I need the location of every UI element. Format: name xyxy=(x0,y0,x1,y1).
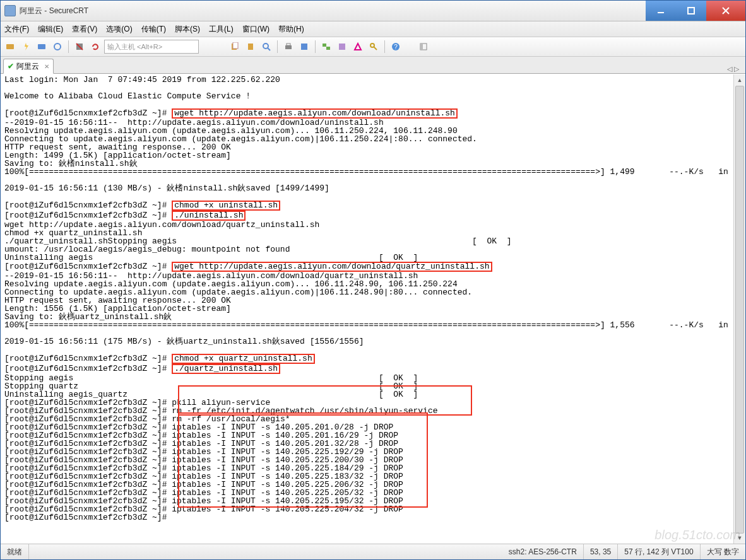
term-prompt: [root@iZuf6dl5cnxmx1ef2cfb3dZ ~]# xyxy=(4,108,172,118)
help-icon[interactable]: ? xyxy=(389,40,403,54)
term-line: 2019-01-15 16:56:11 (175 MB/s) - 鈥榪uartz… xyxy=(4,337,364,346)
menu-window[interactable]: 窗口(W) xyxy=(242,24,269,35)
tab-label: 阿里云 xyxy=(16,61,39,72)
toggle-view-icon[interactable] xyxy=(417,40,430,54)
svg-rect-15 xyxy=(339,44,345,50)
svg-rect-3 xyxy=(38,44,45,49)
menu-edit[interactable]: 编辑(E) xyxy=(38,24,63,35)
term-line: 100%[===================================… xyxy=(4,320,743,330)
toolbar-separator xyxy=(68,40,69,53)
term-line: Last login: Mon Jan 7 07:49:45 2019 from… xyxy=(4,75,280,85)
term-line: 100%[===================================… xyxy=(4,167,743,177)
status-caps: 大写 数字 xyxy=(701,544,745,559)
term-prompt: [root@iZuf6dl5cnxmx1ef2cfb3dZ ~]# xyxy=(4,354,172,363)
svg-rect-12 xyxy=(301,44,307,50)
key-icon[interactable] xyxy=(367,40,381,54)
toolbar-separator xyxy=(315,40,316,53)
sessions-icon[interactable] xyxy=(319,40,333,54)
menu-transfer[interactable]: 传输(T) xyxy=(141,24,166,35)
menu-file[interactable]: 文件(F) xyxy=(4,24,29,35)
connect-icon[interactable] xyxy=(3,40,17,54)
cmd-run-quartz: ./quartz_uninstall.sh xyxy=(172,364,280,374)
maximize-button[interactable] xyxy=(676,1,706,21)
window-buttons xyxy=(646,1,745,21)
disconnect-icon[interactable] xyxy=(73,40,86,54)
status-proto: ssh2: AES-256-CTR xyxy=(502,544,584,559)
reconnect-all-icon[interactable] xyxy=(88,40,102,54)
app-icon xyxy=(4,5,16,16)
tabbar: ✔ 阿里云 ✕ ◁ ▷ xyxy=(1,57,745,74)
svg-rect-0 xyxy=(658,12,664,13)
status-ready: 就绪 xyxy=(1,544,29,559)
app-window: 阿里云 - SecureCRT 文件(F) 编辑(E) 查看(V) 选项(O) … xyxy=(0,0,746,560)
cmd-wget-quartz: wget http://update.aegis.aliyun.com/down… xyxy=(172,262,492,272)
tab-close-icon[interactable]: ✕ xyxy=(44,63,49,70)
menubar: 文件(F) 编辑(E) 查看(V) 选项(O) 传输(T) 脚本(S) 工具(L… xyxy=(1,21,745,37)
status-cursor: 53, 35 xyxy=(584,544,618,559)
properties-icon[interactable] xyxy=(297,40,311,54)
toolbar-separator xyxy=(384,40,385,53)
cmd-run-uninstall: ./uninstall.sh xyxy=(172,211,246,221)
print-icon[interactable] xyxy=(281,40,295,54)
svg-text:?: ? xyxy=(394,44,398,50)
scroll-up-icon[interactable]: ▲ xyxy=(734,74,745,86)
terminal-area: Last login: Mon Jan 7 07:49:45 2019 from… xyxy=(1,74,745,544)
toolbar-separator xyxy=(277,40,278,53)
menu-view[interactable]: 查看(V) xyxy=(72,24,97,35)
svg-rect-13 xyxy=(323,44,326,47)
term-line: Welcome to Alibaba Cloud Elastic Compute… xyxy=(4,91,251,101)
toolbar: 输入主机 <Alt+R> ? xyxy=(1,37,745,57)
copy-icon[interactable] xyxy=(228,40,242,54)
status-size: 57 行, 142 列 VT100 xyxy=(618,544,700,559)
svg-rect-20 xyxy=(420,44,423,50)
term-line: 2019-01-15 16:56:11 (130 MB/s) - 鈥榰ninst… xyxy=(4,184,329,193)
minimize-button[interactable] xyxy=(646,1,676,21)
host-input[interactable]: 输入主机 <Alt+R> xyxy=(104,40,199,54)
quick-connect-icon[interactable] xyxy=(19,40,33,54)
menu-help[interactable]: 帮助(H) xyxy=(278,24,304,35)
term-prompt: [root@iZuf6dl5cnxmx1ef2cfb3dZ ~]# xyxy=(4,513,172,522)
svg-rect-7 xyxy=(233,42,238,49)
connect-in-tab-icon[interactable] xyxy=(35,40,49,54)
scroll-track[interactable] xyxy=(734,86,745,532)
menu-options[interactable]: 选项(O) xyxy=(106,24,132,35)
menu-script[interactable]: 脚本(S) xyxy=(175,24,200,35)
term-line: Uninstalling aegis [ OK ] xyxy=(4,253,418,262)
svg-rect-10 xyxy=(285,45,292,49)
term-prompt: [root@iZuf6dl5cnxmx1ef2cfb3dZ ~]# xyxy=(4,211,172,220)
vertical-scrollbar[interactable]: ▲ ▼ xyxy=(733,74,745,544)
titlebar: 阿里云 - SecureCRT xyxy=(1,1,745,21)
svg-rect-11 xyxy=(287,44,290,45)
session-tab[interactable]: ✔ 阿里云 ✕ xyxy=(3,59,54,74)
tab-nav[interactable]: ◁ ▷ xyxy=(721,65,745,73)
term-prompt: [root@iZuf6dl5cnxmx1ef2cfb3dZ ~]# xyxy=(4,262,172,271)
session-options-icon[interactable] xyxy=(335,40,349,54)
close-button[interactable] xyxy=(706,1,745,21)
svg-point-9 xyxy=(263,44,268,49)
term-prompt: [root@iZuf6dl5cnxmx1ef2cfb3dZ ~]# xyxy=(4,201,172,210)
svg-rect-8 xyxy=(248,44,253,50)
terminal[interactable]: Last login: Mon Jan 7 07:49:45 2019 from… xyxy=(1,74,734,544)
cmd-wget-uninstall: wget http://update.aegis.aliyun.com/down… xyxy=(172,108,458,119)
menu-tools[interactable]: 工具(L) xyxy=(209,24,234,35)
svg-rect-2 xyxy=(6,44,14,49)
svg-rect-14 xyxy=(326,47,330,50)
scroll-down-icon[interactable]: ▼ xyxy=(734,532,745,544)
svg-point-4 xyxy=(54,44,61,50)
cmd-chmod-uninstall: chmod +x uninstall.sh xyxy=(172,201,280,211)
window-title: 阿里云 - SecureCRT xyxy=(20,6,646,16)
host-placeholder: 输入主机 <Alt+R> xyxy=(107,42,162,52)
global-options-icon[interactable] xyxy=(351,40,365,54)
scroll-thumb[interactable] xyxy=(735,86,744,534)
svg-rect-1 xyxy=(688,8,694,14)
find-icon[interactable] xyxy=(259,40,273,54)
paste-icon[interactable] xyxy=(244,40,258,54)
statusbar: 就绪 ssh2: AES-256-CTR 53, 35 57 行, 142 列 … xyxy=(1,544,745,559)
connected-icon: ✔ xyxy=(8,62,14,71)
cmd-chmod-quartz: chmod +x quartz_uninstall.sh xyxy=(172,354,314,364)
cmd-iptables: iptables -I INPUT -s 140.205.225.204/32 … xyxy=(172,505,403,514)
term-prompt: [root@iZuf6dl5cnxmx1ef2cfb3dZ ~]# xyxy=(4,364,172,373)
reconnect-icon[interactable] xyxy=(50,40,64,54)
